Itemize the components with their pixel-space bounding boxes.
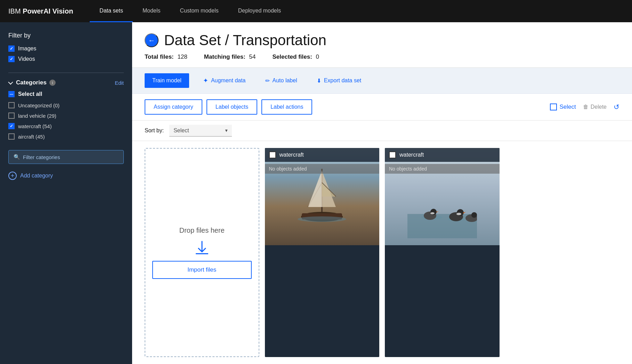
filter-videos[interactable]: Videos xyxy=(8,56,124,62)
file-stats: Total files: 128 Matching files: 54 Sele… xyxy=(145,53,619,60)
svg-marker-6 xyxy=(322,183,336,197)
categories-title: Categories xyxy=(16,79,47,86)
app-brand: IBM PowerAI Vision xyxy=(8,7,73,15)
category-aircraft[interactable]: aircraft (45) xyxy=(8,133,124,140)
auto-label-button[interactable]: ✏ Auto label xyxy=(260,73,303,88)
categories-info-icon[interactable]: i xyxy=(49,80,56,86)
filter-categories-box[interactable]: 🔍 Filter categories xyxy=(8,150,124,164)
category-land-vehicle[interactable]: land vehicle (29) xyxy=(8,113,124,119)
category-uncategorized-label: Uncategorized (0) xyxy=(18,102,59,108)
augment-data-button[interactable]: ✦ Augment data xyxy=(197,73,251,89)
category-aircraft-checkbox[interactable] xyxy=(8,133,15,140)
total-files-value: 128 xyxy=(177,53,187,60)
sort-select-wrapper: Select Name Date Size xyxy=(169,125,232,136)
category-land-vehicle-checkbox[interactable] xyxy=(8,113,15,119)
card-ship-header: watercraft xyxy=(265,148,380,162)
matching-files-stat: Matching files: 54 xyxy=(204,53,256,60)
total-files-stat: Total files: 128 xyxy=(145,53,187,60)
add-category-label: Add category xyxy=(20,173,53,179)
drop-icon xyxy=(194,240,210,255)
export-dataset-label: Export data set xyxy=(324,77,362,84)
nav-deployed-models[interactable]: Deployed models xyxy=(228,0,291,22)
filter-categories-placeholder: Filter categories xyxy=(23,154,60,160)
select-all-row[interactable]: Select all xyxy=(8,91,124,97)
category-watercraft[interactable]: watercraft (54) xyxy=(8,123,124,129)
add-category-row[interactable]: + Add category xyxy=(8,172,124,180)
delete-button[interactable]: 🗑 Delete xyxy=(583,104,607,110)
delete-label: Delete xyxy=(591,104,607,110)
categories-header: Categories i Edit xyxy=(8,79,124,86)
back-button[interactable]: ← xyxy=(145,33,159,47)
delete-icon: 🗑 xyxy=(583,104,589,110)
card-ducks-header: watercraft xyxy=(385,148,500,162)
nav-models[interactable]: Models xyxy=(133,0,170,22)
nav-datasets[interactable]: Data sets xyxy=(90,0,133,22)
svg-point-9 xyxy=(298,216,346,222)
augment-icon: ✦ xyxy=(203,77,208,84)
image-grid: Drop files here Import files watercraft … xyxy=(132,141,632,364)
refresh-button[interactable]: ↺ xyxy=(614,103,619,111)
main-content: ← Data Set / Transportation Total files:… xyxy=(132,22,632,364)
drop-zone-text: Drop files here xyxy=(179,226,225,234)
card-ship-category: watercraft xyxy=(279,152,304,158)
category-land-vehicle-label: land vehicle (29) xyxy=(18,113,56,119)
filter-search-icon: 🔍 xyxy=(14,154,20,160)
page-title: Data Set / Transportation xyxy=(164,32,326,49)
categories-left: Categories i xyxy=(8,79,56,86)
topnav: IBM PowerAI Vision Data sets Models Cust… xyxy=(0,0,632,22)
card-ducks-checkbox[interactable] xyxy=(389,151,396,158)
image-card-ducks: watercraft No objects added xyxy=(385,148,500,357)
selected-files-value: 0 xyxy=(316,53,319,60)
sort-select[interactable]: Select Name Date Size xyxy=(169,125,232,136)
images-label: Images xyxy=(18,46,36,52)
filter-images[interactable]: Images xyxy=(8,46,124,52)
ship-image xyxy=(265,148,380,245)
matching-files-label: Matching files: xyxy=(204,53,245,60)
selected-files-stat: Selected files: 0 xyxy=(273,53,319,60)
videos-checkbox[interactable] xyxy=(8,56,15,62)
auto-label-icon: ✏ xyxy=(265,77,270,84)
card-ship-sublabel: No objects added xyxy=(265,164,380,174)
drop-zone[interactable]: Drop files here Import files xyxy=(145,148,259,357)
sidebar: Filter by Images Videos Categories i Edi… xyxy=(0,22,132,364)
card-ship-checkbox[interactable] xyxy=(269,151,276,158)
videos-label: Videos xyxy=(18,56,35,62)
image-card-ship: watercraft No objects added xyxy=(265,148,380,357)
nav-custom-models[interactable]: Custom models xyxy=(170,0,228,22)
sort-by-label: Sort by: xyxy=(145,127,164,134)
label-objects-button[interactable]: Label objects xyxy=(206,99,257,115)
card-ducks-category: watercraft xyxy=(399,152,424,158)
export-dataset-button[interactable]: ⬇ Export data set xyxy=(311,73,367,88)
import-files-button[interactable]: Import files xyxy=(152,261,252,279)
svg-point-22 xyxy=(471,212,477,218)
category-watercraft-checkbox[interactable] xyxy=(8,123,15,129)
category-uncategorized[interactable]: Uncategorized (0) xyxy=(8,102,124,108)
toolbar: Train model ✦ Augment data ✏ Auto label … xyxy=(132,68,632,94)
train-model-button[interactable]: Train model xyxy=(145,73,189,88)
svg-marker-3 xyxy=(308,171,322,207)
action-bar: Assign category Label objects Label acti… xyxy=(132,94,632,121)
brand-prefix: IBM xyxy=(8,7,23,15)
add-category-icon[interactable]: + xyxy=(8,172,17,180)
categories-edit-link[interactable]: Edit xyxy=(115,80,124,86)
svg-point-16 xyxy=(430,212,435,214)
label-actions-button[interactable]: Label actions xyxy=(261,99,312,115)
svg-rect-0 xyxy=(196,253,208,254)
assign-category-button[interactable]: Assign category xyxy=(145,99,202,115)
images-checkbox[interactable] xyxy=(8,46,15,52)
select-checkbox-label[interactable]: Select xyxy=(550,104,576,110)
category-uncategorized-checkbox[interactable] xyxy=(8,102,15,108)
ducks-image xyxy=(385,148,500,245)
action-right: Select 🗑 Delete ↺ xyxy=(550,103,620,111)
svg-point-20 xyxy=(456,213,461,215)
topnav-links: Data sets Models Custom models Deployed … xyxy=(90,0,624,22)
auto-label-label: Auto label xyxy=(273,77,297,84)
svg-marker-15 xyxy=(436,211,439,213)
total-files-label: Total files: xyxy=(145,53,174,60)
category-watercraft-label: watercraft (54) xyxy=(18,123,52,129)
select-all-label: Select all xyxy=(18,91,42,97)
select-all-checkbox[interactable] xyxy=(8,91,15,97)
select-checkbox[interactable] xyxy=(550,104,557,110)
sidebar-divider xyxy=(8,73,124,73)
categories-chevron-icon[interactable] xyxy=(8,80,13,85)
